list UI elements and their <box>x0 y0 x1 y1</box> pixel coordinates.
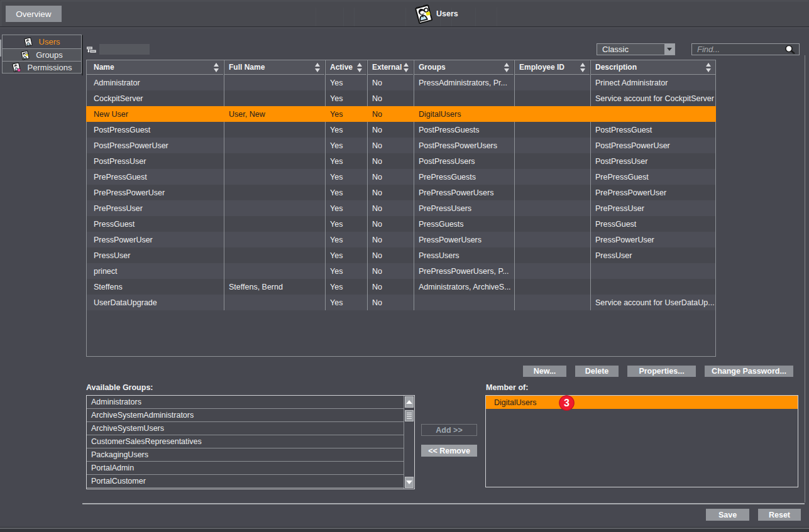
svg-text:3: 3 <box>564 398 570 408</box>
